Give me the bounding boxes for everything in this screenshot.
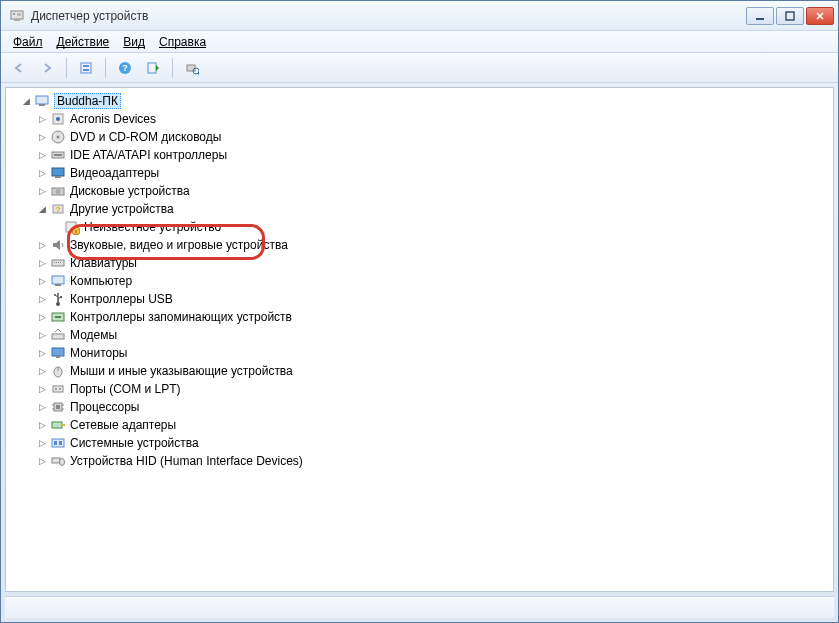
tree-node-label: Клавиатуры: [70, 256, 137, 270]
device-tree[interactable]: ◢ Buddha-ПК ▷ Acronis Devices ▷ DVD и CD…: [6, 88, 833, 591]
svg-rect-37: [52, 276, 64, 284]
collapse-icon[interactable]: ◢: [20, 95, 32, 107]
svg-rect-62: [59, 441, 62, 445]
tree-node-label: Мыши и иные указывающие устройства: [70, 364, 293, 378]
svg-text:?: ?: [56, 205, 61, 214]
svg-text:?: ?: [122, 63, 128, 73]
svg-rect-11: [148, 63, 156, 73]
minimize-button[interactable]: [746, 7, 774, 25]
expand-icon[interactable]: ▷: [36, 257, 48, 269]
tree-node[interactable]: ▷ Видеоадаптеры: [34, 164, 833, 182]
tree-node[interactable]: ▷ Процессоры: [34, 398, 833, 416]
tree-node[interactable]: ▷ Мониторы: [34, 344, 833, 362]
processor-icon: [50, 399, 66, 415]
toolbar-help-button[interactable]: ?: [113, 57, 137, 79]
toolbar-forward-button[interactable]: [35, 57, 59, 79]
svg-rect-58: [52, 422, 62, 428]
statusbar: [5, 596, 834, 618]
tree-node[interactable]: ▷ IDE ATA/ATAPI контроллеры: [34, 146, 833, 164]
tree-node-label: Контроллеры запоминающих устройств: [70, 310, 292, 324]
port-icon: [50, 381, 66, 397]
tree-node[interactable]: ◢ ? Другие устройства: [34, 200, 833, 218]
svg-rect-35: [58, 262, 59, 263]
svg-rect-1: [14, 19, 20, 21]
svg-rect-45: [52, 348, 64, 356]
maximize-button[interactable]: [776, 7, 804, 25]
tree-node-label: Неизвестное устройство: [84, 220, 221, 234]
svg-rect-16: [39, 104, 45, 106]
tree-node[interactable]: ▷ Звуковые, видео и игровые устройства: [34, 236, 833, 254]
device-icon: [50, 111, 66, 127]
toolbar-separator: [172, 58, 173, 78]
expand-icon[interactable]: ▷: [36, 185, 48, 197]
expand-icon[interactable]: ▷: [36, 239, 48, 251]
sound-icon: [50, 237, 66, 253]
expand-icon[interactable]: ▷: [36, 149, 48, 161]
expand-icon[interactable]: ▷: [36, 329, 48, 341]
svg-rect-49: [53, 386, 63, 392]
tree-node-label: Мониторы: [70, 346, 127, 360]
expand-icon[interactable]: ▷: [36, 365, 48, 377]
toolbar-export-button[interactable]: [141, 57, 165, 79]
keyboard-icon: [50, 255, 66, 271]
toolbar-scan-button[interactable]: [180, 57, 204, 79]
tree-node[interactable]: ▷ Системные устройства: [34, 434, 833, 452]
tree-node[interactable]: ▷ DVD и CD-ROM дисководы: [34, 128, 833, 146]
expand-icon[interactable]: ▷: [36, 383, 48, 395]
tree-node-label: Процессоры: [70, 400, 140, 414]
tree-node[interactable]: ▷ Модемы: [34, 326, 833, 344]
tree-node[interactable]: ▷ Дисковые устройства: [34, 182, 833, 200]
expand-icon[interactable]: ▷: [36, 293, 48, 305]
expand-icon[interactable]: ▷: [36, 311, 48, 323]
tree-node-label: Устройства HID (Human Interface Devices): [70, 454, 303, 468]
tree-node[interactable]: ▷ Контроллеры запоминающих устройств: [34, 308, 833, 326]
expand-icon[interactable]: ▷: [36, 455, 48, 467]
computer-icon: [50, 273, 66, 289]
menubar: Файл Действие Вид Справка: [1, 31, 838, 53]
menu-help[interactable]: Справка: [153, 33, 212, 51]
tree-node[interactable]: ▷ Контроллеры USB: [34, 290, 833, 308]
window-buttons: [746, 7, 834, 25]
expand-icon[interactable]: ▷: [36, 275, 48, 287]
expand-icon[interactable]: ▷: [36, 347, 48, 359]
expand-icon[interactable]: ▷: [36, 113, 48, 125]
collapse-icon[interactable]: ◢: [36, 203, 48, 215]
tree-node[interactable]: ▷ Компьютер: [34, 272, 833, 290]
svg-point-40: [54, 294, 56, 296]
tree-root[interactable]: ◢ Buddha-ПК: [18, 92, 833, 110]
storage-controller-icon: [50, 309, 66, 325]
toolbar-back-button[interactable]: [7, 57, 31, 79]
tree-node[interactable]: ▷ Acronis Devices: [34, 110, 833, 128]
disc-drive-icon: [50, 129, 66, 145]
svg-rect-4: [756, 18, 764, 20]
tree-node[interactable]: ▷ Мыши и иные указывающие устройства: [34, 362, 833, 380]
menu-action[interactable]: Действие: [51, 33, 116, 51]
svg-text:!: !: [75, 229, 77, 235]
expand-icon[interactable]: ▷: [36, 401, 48, 413]
expand-icon[interactable]: ▷: [36, 419, 48, 431]
tree-node-label: Acronis Devices: [70, 112, 156, 126]
svg-rect-36: [60, 262, 61, 263]
expand-icon[interactable]: ▷: [36, 167, 48, 179]
menu-file[interactable]: Файл: [7, 33, 49, 51]
tree-node-unknown-device[interactable]: ! Неизвестное устройство: [62, 218, 833, 236]
svg-point-50: [55, 388, 57, 390]
svg-rect-60: [52, 439, 64, 447]
tree-node[interactable]: ▷ Клавиатуры: [34, 254, 833, 272]
expand-icon[interactable]: ▷: [36, 131, 48, 143]
tree-node[interactable]: ▷ Сетевые адаптеры: [34, 416, 833, 434]
svg-point-18: [56, 117, 60, 121]
tree-node-label: Системные устройства: [70, 436, 199, 450]
tree-node[interactable]: ▷ Порты (COM и LPT): [34, 380, 833, 398]
menu-view[interactable]: Вид: [117, 33, 151, 51]
tree-root-label[interactable]: Buddha-ПК: [54, 93, 121, 109]
tree-node-label: Звуковые, видео и игровые устройства: [70, 238, 288, 252]
svg-rect-43: [55, 316, 61, 318]
tree-node[interactable]: ▷ Устройства HID (Human Interface Device…: [34, 452, 833, 470]
expand-icon[interactable]: ▷: [36, 437, 48, 449]
svg-rect-8: [83, 69, 89, 71]
computer-icon: [34, 93, 50, 109]
content-panel: ◢ Buddha-ПК ▷ Acronis Devices ▷ DVD и CD…: [5, 87, 834, 592]
close-button[interactable]: [806, 7, 834, 25]
toolbar-details-button[interactable]: [74, 57, 98, 79]
